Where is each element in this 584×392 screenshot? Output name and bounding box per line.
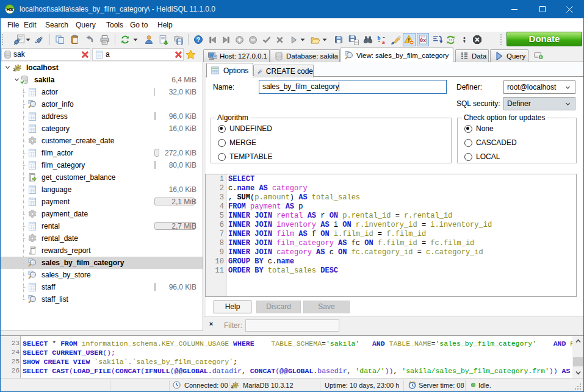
nav-first-button[interactable]	[207, 32, 218, 47]
row-delete-button[interactable]	[247, 32, 259, 47]
apply-edits-button[interactable]	[261, 32, 273, 47]
discard-edits-button[interactable]	[274, 32, 286, 47]
dropdown-caret-icon[interactable]	[133, 32, 138, 47]
main-tab-data[interactable]: Data	[455, 49, 489, 62]
menu-go-to[interactable]: Go to	[129, 18, 149, 32]
view-select-code-editor[interactable]: 1SELECT2c.name AS category3, SUM(p.amoun…	[205, 174, 577, 297]
log-scrollbar[interactable]	[572, 336, 583, 378]
main-tab-query[interactable]: Query	[490, 49, 528, 62]
menu-file[interactable]: File	[6, 18, 20, 32]
refresh-button[interactable]	[119, 32, 131, 47]
tree-item-customer_create_date[interactable]: customer_create_date	[0, 135, 203, 147]
resize-grip[interactable]	[574, 383, 582, 390]
radio-algorithm-merge[interactable]: MERGE	[218, 138, 256, 148]
tree-item-rental_date[interactable]: rental_date	[0, 232, 203, 244]
radio-check-option-cascaded[interactable]: CASCADED	[464, 138, 517, 148]
export-database-button[interactable]	[157, 32, 170, 47]
nav-last-button[interactable]	[220, 32, 232, 47]
scrollbar-thumb[interactable]	[573, 357, 583, 366]
main-tab-host[interactable]: Host: 127.0.0.1	[203, 49, 270, 62]
tree-item-staff_list[interactable]: staff_list	[0, 293, 203, 305]
minimize-button[interactable]	[500, 0, 528, 18]
tree-item-film_category[interactable]: film_category80,0 KiB	[0, 159, 203, 171]
expand-chevron-icon[interactable]	[4, 64, 11, 71]
copy-button[interactable]	[54, 32, 66, 47]
menu-edit[interactable]: Edit	[23, 18, 38, 32]
dropdown-caret-icon[interactable]	[26, 32, 31, 47]
replace-text-button[interactable]	[375, 32, 388, 47]
print-button[interactable]	[98, 32, 111, 47]
tree-item-staff[interactable]: staff96,0 KiB	[0, 281, 203, 293]
favorites-star-icon[interactable]	[186, 49, 196, 60]
scroll-up-icon[interactable]	[572, 336, 583, 346]
help-button[interactable]	[192, 32, 204, 47]
menu-help[interactable]: Help	[156, 18, 174, 32]
tree-item-sales_by_store[interactable]: sales_by_store	[0, 269, 203, 281]
dropdown-caret-icon[interactable]	[322, 32, 327, 47]
name-input[interactable]: sales_by_film_category	[259, 80, 447, 94]
tab-options[interactable]: Options	[206, 63, 253, 77]
paste-button[interactable]	[69, 32, 81, 47]
tree-item-payment[interactable]: payment2,1 MiB	[0, 196, 203, 208]
new-query-tab-icon[interactable]	[533, 50, 544, 60]
session-manager-button[interactable]	[12, 32, 26, 47]
close-filter-icon[interactable]: ×	[207, 319, 215, 328]
sql-security-combobox[interactable]: Definer	[503, 97, 575, 110]
delimiter-button[interactable]	[459, 32, 470, 47]
tree-item-localhost[interactable]: localhost	[0, 62, 203, 74]
dropdown-caret-icon[interactable]	[300, 32, 305, 47]
highlight-syntax-button[interactable]	[389, 32, 402, 47]
save-button[interactable]: Save	[303, 301, 350, 313]
menu-tools[interactable]: Tools	[105, 18, 124, 32]
radio-algorithm-undefined[interactable]: UNDEFINED	[218, 124, 272, 134]
donate-button[interactable]: Donate	[506, 32, 582, 46]
stop-process-button[interactable]	[471, 32, 483, 47]
load-sql-file-button[interactable]	[309, 32, 322, 47]
table-filter-box[interactable]: a	[92, 48, 184, 61]
binary-as-hex-toggle-button[interactable]	[417, 33, 429, 46]
find-text-button[interactable]	[362, 32, 374, 47]
tree-item-actor[interactable]: actor32,0 KiB	[0, 86, 203, 98]
clear-database-filter-icon[interactable]	[81, 50, 90, 59]
tree-item-language[interactable]: language16,0 KiB	[0, 184, 203, 196]
maximize-button[interactable]	[528, 0, 556, 18]
tree-item-sakila[interactable]: sakila6,4 MiB	[0, 74, 203, 86]
main-tab-view[interactable]: View: sales_by_film_category	[340, 48, 453, 62]
main-tab-database[interactable]: Database: sakila	[270, 49, 340, 62]
radio-check-option-none[interactable]: None	[464, 124, 494, 134]
definer-combobox[interactable]: root@localhost	[503, 80, 575, 94]
tree-item-rewards_report[interactable]: rewards_report	[0, 244, 203, 257]
menu-search[interactable]: Search	[44, 18, 70, 32]
tree-item-payment_date[interactable]: payment_date	[0, 208, 203, 220]
undo-button[interactable]	[83, 32, 95, 47]
sql-log-panel[interactable]: 23SELECT * FROM information_schema.KEY_C…	[0, 335, 584, 378]
toolbar-grip-2[interactable]	[500, 34, 503, 45]
menu-query[interactable]: Query	[74, 18, 97, 32]
tree-item-category[interactable]: category16,0 KiB	[0, 123, 203, 135]
tree-item-actor_info[interactable]: actor_info	[0, 98, 203, 110]
user-manager-button[interactable]	[143, 32, 155, 47]
reformat-sql-button[interactable]	[431, 32, 444, 47]
row-insert-button[interactable]	[234, 32, 245, 47]
database-filter-box[interactable]: sak	[1, 48, 90, 61]
clear-table-filter-icon[interactable]	[174, 50, 183, 59]
save-sql-as-button[interactable]	[347, 32, 360, 47]
preferences-button[interactable]	[171, 32, 184, 47]
close-button[interactable]	[556, 0, 583, 18]
tree-item-film_actor[interactable]: film_actor272,0 KiB	[0, 147, 203, 159]
execute-sql-button[interactable]	[288, 32, 300, 47]
radio-algorithm-temptable[interactable]: TEMPTABLE	[218, 152, 272, 162]
toolbar-grip[interactable]	[2, 34, 5, 45]
table-filter-input[interactable]: a	[106, 49, 110, 60]
disconnect-button[interactable]	[33, 32, 46, 47]
bind-params-button[interactable]	[444, 32, 457, 47]
radio-check-option-local[interactable]: LOCAL	[464, 152, 500, 162]
scroll-down-icon[interactable]	[572, 368, 583, 378]
save-sql-button[interactable]	[333, 32, 345, 47]
help-button[interactable]: Help	[214, 301, 251, 313]
tree-item-address[interactable]: address96,0 KiB	[0, 110, 203, 123]
tree-item-rental[interactable]: rental2,7 MiB	[0, 220, 203, 232]
tree-item-get_customer_balance[interactable]: get_customer_balance	[0, 171, 203, 184]
tab-create-code[interactable]: CREATE code	[253, 65, 314, 77]
database-filter-input[interactable]: sak	[13, 49, 25, 60]
